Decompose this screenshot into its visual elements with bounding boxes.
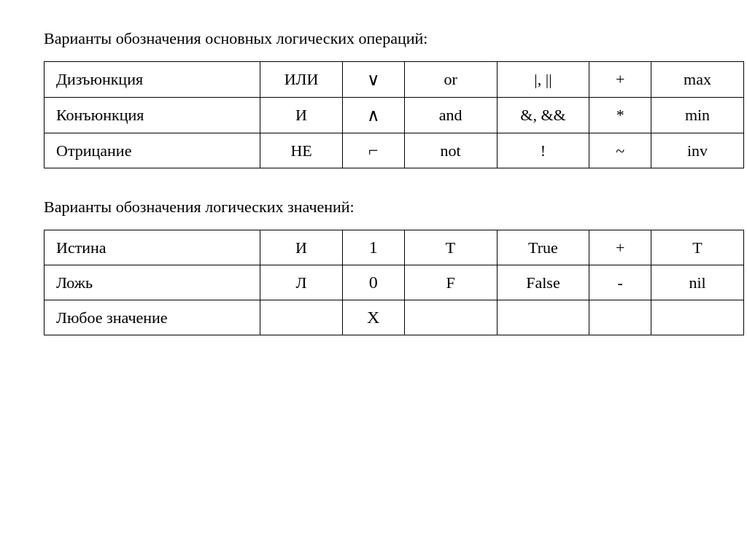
- op-name: Дизъюнкция: [44, 62, 260, 98]
- val-sym5: [651, 300, 744, 335]
- val-sym2: T: [404, 230, 497, 265]
- op-func: inv: [651, 133, 744, 168]
- val-sym3: False: [497, 265, 589, 300]
- op-symbol: ∨: [342, 62, 404, 98]
- val-sym5: nil: [651, 265, 744, 300]
- val-sym2: F: [404, 265, 497, 300]
- val-sym5: T: [651, 230, 744, 265]
- val-sym3: True: [497, 230, 589, 265]
- op-prog: !: [497, 133, 589, 168]
- op-func: min: [651, 98, 744, 133]
- val-ru: Л: [260, 265, 343, 300]
- val-sym1: 1: [342, 230, 404, 265]
- val-sym3: [497, 300, 589, 335]
- table-row: Истина И 1 T True + T: [44, 230, 744, 265]
- op-symbol: ⌐: [342, 133, 404, 168]
- val-sym4: [589, 300, 651, 335]
- val-ru: [260, 300, 343, 335]
- op-func: max: [651, 62, 744, 98]
- table-row: Любое значение X: [44, 300, 744, 335]
- table-row: Отрицание НЕ ⌐ not ! ~ inv: [44, 133, 744, 168]
- val-ru: И: [260, 230, 343, 265]
- op-en: and: [404, 98, 497, 133]
- val-sym2: [404, 300, 497, 335]
- op-prog: |, ||: [497, 62, 589, 98]
- operations-table: Дизъюнкция ИЛИ ∨ or |, || + max Конъюнкц…: [44, 61, 744, 168]
- table-row: Дизъюнкция ИЛИ ∨ or |, || + max: [44, 62, 744, 98]
- table-row: Ложь Л 0 F False - nil: [44, 265, 744, 300]
- op-ru: ИЛИ: [260, 62, 343, 98]
- val-sym4: -: [589, 265, 651, 300]
- op-name: Отрицание: [44, 133, 260, 168]
- op-ru: НЕ: [260, 133, 343, 168]
- op-en: not: [404, 133, 497, 168]
- val-name: Любое значение: [44, 300, 260, 335]
- val-name: Истина: [44, 230, 260, 265]
- values-table: Истина И 1 T True + T Ложь Л 0 F False -…: [44, 230, 744, 335]
- op-symbol: ∧: [342, 98, 404, 133]
- table-row: Конъюнкция И ∧ and &, && * min: [44, 98, 744, 133]
- val-sym4: +: [589, 230, 651, 265]
- op-name: Конъюнкция: [44, 98, 260, 133]
- section-title-1: Варианты обозначения основных логических…: [44, 29, 703, 48]
- val-sym1: 0: [342, 265, 404, 300]
- op-plus: ~: [589, 133, 651, 168]
- op-prog: &, &&: [497, 98, 589, 133]
- op-plus: *: [589, 98, 651, 133]
- op-en: or: [404, 62, 497, 98]
- op-plus: +: [589, 62, 651, 98]
- val-name: Ложь: [44, 265, 260, 300]
- op-ru: И: [260, 98, 343, 133]
- val-sym1: X: [342, 300, 404, 335]
- section-title-2: Варианты обозначения логических значений…: [44, 198, 703, 217]
